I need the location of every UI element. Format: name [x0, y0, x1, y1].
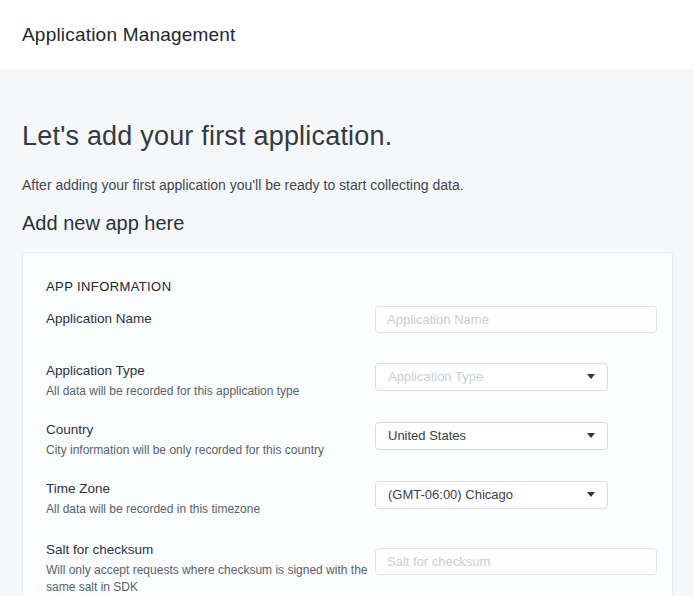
- timezone-row: Time Zone All data will be recorded in t…: [46, 481, 657, 518]
- hero-subheading: After adding your first application you'…: [22, 176, 694, 195]
- page-title: Application Management: [22, 24, 236, 46]
- add-app-section-title: Add new app here: [22, 212, 694, 235]
- salt-label-block: Salt for checksum Will only accept reque…: [46, 542, 375, 596]
- application-type-label: Application Type: [46, 363, 375, 379]
- country-select[interactable]: United States: [375, 422, 608, 450]
- application-name-label: Application Name: [46, 311, 375, 327]
- salt-label: Salt for checksum: [46, 542, 375, 558]
- application-type-label-block: Application Type All data will be record…: [46, 363, 375, 400]
- application-name-input[interactable]: [375, 306, 657, 333]
- caret-down-icon: [587, 374, 595, 379]
- country-row: Country City information will be only re…: [46, 422, 657, 459]
- timezone-select[interactable]: (GMT-06:00) Chicago: [375, 481, 608, 509]
- country-help: City information will be only recorded f…: [46, 442, 375, 459]
- application-type-help: All data will be recorded for this appli…: [46, 383, 375, 400]
- timezone-help: All data will be recorded in this timezo…: [46, 501, 375, 518]
- salt-input[interactable]: [375, 548, 657, 575]
- salt-row: Salt for checksum Will only accept reque…: [46, 542, 657, 596]
- application-name-row: Application Name: [46, 306, 657, 333]
- country-label: Country: [46, 422, 375, 438]
- application-name-label-block: Application Name: [46, 311, 375, 327]
- caret-down-icon: [587, 433, 595, 438]
- main-content: Let's add your first application. After …: [0, 121, 694, 596]
- country-label-block: Country City information will be only re…: [46, 422, 375, 459]
- application-type-select[interactable]: Application Type: [375, 363, 608, 391]
- app-information-card: APP INFORMATION Application Name Applica…: [22, 252, 673, 596]
- country-select-value: United States: [388, 428, 466, 443]
- app-header: Application Management: [0, 0, 694, 71]
- hero-heading: Let's add your first application.: [22, 121, 694, 152]
- timezone-select-value: (GMT-06:00) Chicago: [388, 487, 513, 502]
- timezone-label-block: Time Zone All data will be recorded in t…: [46, 481, 375, 518]
- app-information-group-label: APP INFORMATION: [46, 279, 657, 294]
- application-type-select-value: Application Type: [388, 369, 483, 384]
- timezone-label: Time Zone: [46, 481, 375, 497]
- application-type-row: Application Type All data will be record…: [46, 363, 657, 400]
- salt-help: Will only accept requests where checksum…: [46, 562, 375, 596]
- caret-down-icon: [587, 492, 595, 497]
